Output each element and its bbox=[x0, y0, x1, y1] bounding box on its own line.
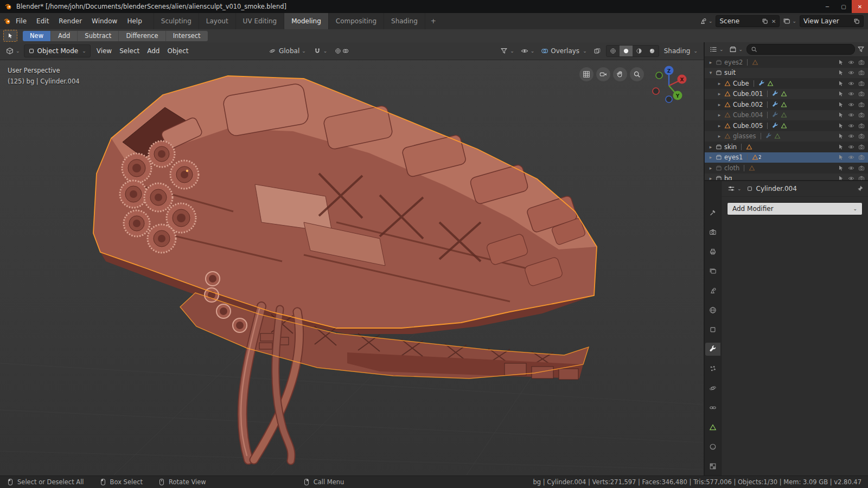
xray-toggle[interactable] bbox=[592, 47, 603, 55]
workspace-tab-sculpting[interactable]: Sculpting bbox=[154, 13, 199, 29]
outliner-item-cube-004[interactable]: ▸Cube.004 bbox=[705, 110, 868, 121]
hide-render-toggle-icon[interactable] bbox=[858, 112, 865, 118]
outliner-item-bg[interactable]: ▸bg bbox=[705, 174, 868, 181]
tool-button-intersect[interactable]: Intersect bbox=[166, 31, 208, 41]
tool-button-add[interactable]: Add bbox=[51, 31, 78, 41]
viewport-menu-view[interactable]: View bbox=[93, 47, 116, 55]
new-scene-icon[interactable] bbox=[762, 18, 768, 24]
alien-ship-object[interactable] bbox=[93, 76, 597, 461]
axis-minus-y[interactable] bbox=[656, 72, 662, 79]
new-view-layer-icon[interactable] bbox=[853, 18, 860, 24]
workspace-tab-layout[interactable]: Layout bbox=[199, 13, 236, 29]
outliner-item-skin[interactable]: ▸skin bbox=[705, 142, 868, 152]
properties-tab-texture[interactable] bbox=[705, 460, 720, 473]
properties-tab-render[interactable] bbox=[705, 226, 720, 239]
workspace-tab-uv-editing[interactable]: UV Editing bbox=[236, 13, 285, 29]
expand-toggle-icon[interactable]: ▸ bbox=[708, 155, 713, 160]
viewport-menu-select[interactable]: Select bbox=[116, 47, 143, 55]
properties-tab-modifiers[interactable] bbox=[705, 343, 720, 356]
outliner-editor-type-button[interactable]: ⌄ bbox=[708, 46, 725, 53]
selectable-toggle-icon[interactable] bbox=[838, 112, 844, 118]
hide-viewport-toggle-icon[interactable] bbox=[848, 154, 854, 160]
properties-tab-physics[interactable] bbox=[705, 382, 720, 395]
tool-button-new[interactable]: New bbox=[23, 31, 51, 41]
hide-render-toggle-icon[interactable] bbox=[858, 144, 865, 150]
hide-viewport-toggle-icon[interactable] bbox=[848, 123, 854, 129]
selectable-toggle-icon[interactable] bbox=[838, 175, 844, 180]
outliner-item-eyes2[interactable]: ▸eyes2 bbox=[705, 57, 868, 68]
properties-tab-object[interactable] bbox=[705, 323, 720, 336]
hide-viewport-toggle-icon[interactable] bbox=[848, 112, 854, 118]
hide-render-toggle-icon[interactable] bbox=[858, 165, 865, 171]
outliner-display-mode-button[interactable]: ⌄ bbox=[727, 46, 745, 53]
add-workspace-button[interactable]: + bbox=[425, 17, 442, 25]
hide-viewport-toggle-icon[interactable] bbox=[848, 165, 854, 171]
properties-tab-tool[interactable] bbox=[705, 206, 720, 219]
selectable-toggle-icon[interactable] bbox=[838, 69, 844, 76]
scene-browse-button[interactable]: ⌄ bbox=[698, 17, 714, 25]
transform-orientation-selector[interactable]: Global ⌄ bbox=[267, 47, 308, 55]
pan-view-button[interactable] bbox=[613, 67, 627, 81]
properties-tab-particles[interactable] bbox=[705, 362, 720, 375]
minimize-button[interactable]: ─ bbox=[819, 0, 835, 13]
outliner-item-eyes1[interactable]: ▸eyes12 bbox=[705, 152, 868, 163]
outliner-search-input[interactable] bbox=[746, 44, 855, 55]
outliner-item-cube[interactable]: ▸Cube bbox=[705, 78, 868, 89]
expand-toggle-icon[interactable]: ▸ bbox=[708, 165, 713, 171]
shading-solid-button[interactable] bbox=[620, 46, 633, 56]
hide-render-toggle-icon[interactable] bbox=[858, 59, 865, 66]
properties-tab-scene[interactable] bbox=[705, 284, 720, 297]
viewport-canvas[interactable]: User Perspective (125) bg | Cylinder.004 bbox=[0, 60, 704, 476]
axis-navigation-gizmo[interactable]: Z X Y bbox=[648, 63, 690, 104]
properties-tab-world[interactable] bbox=[705, 304, 720, 317]
expand-toggle-icon[interactable]: ▾ bbox=[708, 70, 713, 75]
close-button[interactable]: ✕ bbox=[852, 0, 868, 13]
hide-render-toggle-icon[interactable] bbox=[858, 69, 865, 76]
tool-button-difference[interactable]: Difference bbox=[119, 31, 165, 41]
outliner-item-cube-001[interactable]: ▸Cube.001 bbox=[705, 89, 868, 100]
unlink-scene-icon[interactable]: ✕ bbox=[771, 18, 776, 24]
workspace-tab-shading[interactable]: Shading bbox=[384, 13, 425, 29]
viewport-menu-object[interactable]: Object bbox=[163, 47, 192, 55]
menu-file[interactable]: File bbox=[11, 17, 31, 25]
overlays-dropdown[interactable]: Overlays ⌄ bbox=[539, 47, 588, 55]
expand-toggle-icon[interactable]: ▸ bbox=[717, 123, 722, 129]
hide-render-toggle-icon[interactable] bbox=[858, 175, 865, 180]
maximize-button[interactable]: ▢ bbox=[835, 0, 852, 13]
expand-toggle-icon[interactable]: ▸ bbox=[717, 133, 722, 139]
hide-render-toggle-icon[interactable] bbox=[858, 101, 865, 108]
selectable-toggle-icon[interactable] bbox=[838, 154, 844, 160]
expand-toggle-icon[interactable]: ▸ bbox=[708, 176, 713, 180]
expand-toggle-icon[interactable]: ▸ bbox=[708, 144, 713, 150]
expand-toggle-icon[interactable]: ▸ bbox=[717, 91, 722, 97]
menu-render[interactable]: Render bbox=[54, 17, 87, 25]
shading-dropdown[interactable]: Shading ⌄ bbox=[662, 47, 699, 55]
expand-toggle-icon[interactable]: ▸ bbox=[717, 102, 722, 107]
hide-viewport-toggle-icon[interactable] bbox=[848, 133, 854, 139]
hide-render-toggle-icon[interactable] bbox=[858, 123, 865, 129]
properties-tab-constraints[interactable] bbox=[705, 401, 720, 414]
properties-tab-view-layer[interactable] bbox=[705, 265, 720, 278]
selectable-toggle-icon[interactable] bbox=[838, 133, 844, 139]
selectable-toggle-icon[interactable] bbox=[838, 91, 844, 97]
add-modifier-dropdown[interactable]: Add Modifier ⌄ bbox=[727, 202, 863, 215]
active-tool-select-box[interactable] bbox=[3, 30, 17, 42]
expand-toggle-icon[interactable]: ▸ bbox=[717, 112, 722, 118]
view-layer-browse-button[interactable]: ⌄ bbox=[782, 17, 797, 25]
properties-tab-output[interactable] bbox=[705, 245, 720, 258]
hide-render-toggle-icon[interactable] bbox=[858, 154, 865, 160]
outliner-item-cube-002[interactable]: ▸Cube.002 bbox=[705, 99, 868, 110]
hide-viewport-toggle-icon[interactable] bbox=[848, 101, 854, 108]
workspace-tab-compositing[interactable]: Compositing bbox=[329, 13, 384, 29]
viewport-menu-add[interactable]: Add bbox=[143, 47, 163, 55]
menu-edit[interactable]: Edit bbox=[31, 17, 54, 25]
shading-rendered-button[interactable] bbox=[646, 46, 659, 56]
selectable-toggle-icon[interactable] bbox=[838, 101, 844, 108]
selectable-toggle-icon[interactable] bbox=[838, 123, 844, 129]
axis-minus-x[interactable] bbox=[653, 88, 659, 94]
outliner-item-cloth[interactable]: ▸cloth bbox=[705, 163, 868, 174]
snap-toggle[interactable]: ⌄ bbox=[312, 47, 329, 55]
tool-button-subtract[interactable]: Subtract bbox=[78, 31, 119, 41]
expand-toggle-icon[interactable]: ▸ bbox=[717, 81, 722, 86]
proportional-editing-toggle[interactable] bbox=[333, 48, 350, 54]
